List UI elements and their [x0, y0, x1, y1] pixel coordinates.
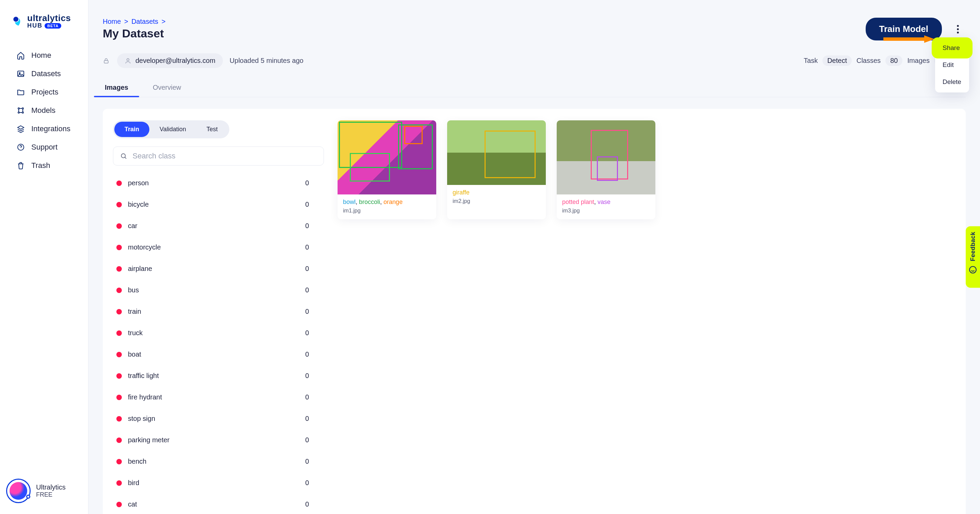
sidebar-item-trash[interactable]: Trash [0, 156, 88, 175]
sidebar-user[interactable]: Ultralytics FREE [0, 472, 88, 514]
models-icon [16, 106, 25, 115]
feedback-tab[interactable]: Feedback [966, 226, 980, 287]
svg-point-10 [957, 32, 959, 33]
image-labels: potted plant, vase [562, 198, 650, 206]
sidebar-item-support[interactable]: Support [0, 138, 88, 156]
class-row[interactable]: bicycle0 [113, 194, 312, 215]
breadcrumb-sep: > [160, 17, 167, 25]
class-row[interactable]: train0 [113, 301, 312, 322]
class-name: bus [128, 286, 139, 294]
class-list[interactable]: person0bicycle0car0motorcycle0airplane0b… [113, 172, 324, 514]
tab-overview[interactable]: Overview [151, 78, 183, 97]
brand-mark-icon [12, 16, 23, 27]
class-name: stop sign [128, 415, 155, 422]
class-search-input[interactable] [133, 152, 317, 160]
sidebar-item-home[interactable]: Home [0, 46, 88, 65]
class-name: train [128, 308, 141, 316]
owner-email: developer@ultralytics.com [135, 57, 215, 65]
class-count: 0 [305, 222, 309, 230]
image-card[interactable]: potted plant, vaseim3.jpg [557, 121, 655, 219]
home-icon [16, 51, 25, 60]
class-search[interactable] [113, 146, 324, 165]
class-row[interactable]: person0 [113, 172, 312, 194]
class-row[interactable]: fire hydrant0 [113, 387, 312, 408]
class-swatch [116, 459, 122, 464]
class-swatch [116, 373, 122, 379]
image-card[interactable]: giraffeim2.jpg [447, 121, 546, 219]
breadcrumb-sep: > [123, 17, 130, 25]
menu-item-edit[interactable]: Edit [935, 56, 969, 73]
svg-point-16 [969, 267, 976, 273]
menu-item-share[interactable]: Share [935, 40, 969, 56]
owner-pill[interactable]: developer@ultralytics.com [117, 53, 223, 68]
nav-label: Datasets [31, 69, 61, 78]
svg-point-0 [13, 17, 18, 22]
class-row[interactable]: airplane0 [113, 258, 312, 279]
support-icon [16, 143, 25, 152]
class-name: fire hydrant [128, 393, 162, 401]
split-validation[interactable]: Validation [150, 122, 196, 137]
bbox [485, 130, 536, 178]
class-count: 0 [305, 351, 309, 358]
class-name: bird [128, 479, 139, 487]
tab-images[interactable]: Images [103, 78, 130, 97]
main: Home > Datasets > My Dataset Train Model… [89, 0, 980, 514]
class-count: 0 [305, 436, 309, 444]
class-swatch [116, 245, 122, 250]
class-count: 0 [305, 479, 309, 487]
brand-logo[interactable]: ultralytics HUB BETA [0, 0, 88, 36]
nav-label: Support [31, 143, 57, 152]
sidebar-item-models[interactable]: Models [0, 101, 88, 120]
brand-text: ultralytics HUB BETA [27, 13, 71, 29]
class-swatch [116, 416, 122, 422]
class-row[interactable]: parking meter0 [113, 429, 312, 451]
image-grid: bowl, broccoli, orangeim1.jpggiraffeim2.… [337, 121, 956, 219]
split-test[interactable]: Test [196, 122, 228, 137]
class-row[interactable]: truck0 [113, 322, 312, 344]
class-swatch [116, 438, 122, 443]
lock-icon [103, 57, 110, 65]
class-swatch [116, 287, 122, 293]
svg-point-3 [18, 108, 19, 109]
kebab-menu: Share Edit Delete [935, 37, 969, 92]
class-swatch [116, 395, 122, 400]
sidebar-item-projects[interactable]: Projects [0, 83, 88, 101]
avatar [6, 479, 30, 503]
class-name: boat [128, 351, 141, 358]
bbox [350, 153, 390, 181]
class-row[interactable]: motorcycle0 [113, 236, 312, 258]
class-row[interactable]: bus0 [113, 279, 312, 301]
class-name: car [128, 222, 137, 230]
class-row[interactable]: traffic light0 [113, 365, 312, 387]
bbox [404, 126, 423, 144]
svg-point-5 [18, 112, 19, 113]
nav-label: Integrations [31, 124, 70, 133]
class-swatch [116, 330, 122, 336]
class-row[interactable]: car0 [113, 215, 312, 236]
split-train[interactable]: Train [115, 122, 150, 137]
menu-item-delete[interactable]: Delete [935, 73, 969, 90]
svg-point-8 [957, 25, 959, 27]
class-count: 0 [305, 372, 309, 380]
class-name: cat [128, 500, 137, 508]
class-row[interactable]: boat0 [113, 344, 312, 365]
more-options-button[interactable] [950, 21, 966, 37]
class-row[interactable]: cat0 [113, 493, 312, 514]
datasets-icon [16, 69, 25, 78]
sidebar-item-datasets[interactable]: Datasets [0, 65, 88, 83]
sidebar-item-integrations[interactable]: Integrations [0, 120, 88, 138]
image-filename: im3.jpg [562, 208, 650, 214]
breadcrumb-home[interactable]: Home [103, 17, 121, 25]
class-name: truck [128, 329, 143, 337]
class-row[interactable]: stop sign0 [113, 408, 312, 429]
breadcrumb-datasets[interactable]: Datasets [131, 17, 158, 25]
class-swatch [116, 181, 122, 186]
breadcrumb: Home > Datasets > [103, 17, 167, 25]
nav-label: Home [31, 51, 51, 60]
class-row[interactable]: bench0 [113, 451, 312, 472]
class-row[interactable]: bird0 [113, 472, 312, 493]
svg-point-9 [957, 28, 959, 30]
image-card[interactable]: bowl, broccoli, orangeim1.jpg [337, 121, 436, 219]
image-thumbnail [557, 121, 655, 194]
stat-task-label: Task [804, 57, 818, 65]
